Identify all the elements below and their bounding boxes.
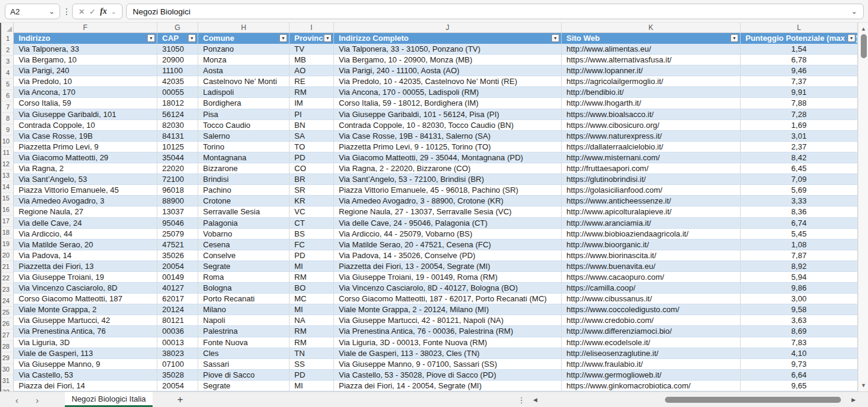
cell-G2[interactable]: 31050 [157,44,198,55]
cell-I19[interactable]: BS [290,229,334,240]
cell-L19[interactable]: 5,45 [741,229,858,240]
cell-I21[interactable]: PD [290,250,334,261]
column-header-H[interactable]: H [198,23,290,33]
formula-input[interactable]: Negozi Biologici ⌄ [126,4,864,19]
scroll-right-icon[interactable]: ▶ [848,392,859,407]
cell-L3[interactable]: 6,78 [741,55,858,65]
cell-L18[interactable]: 6,74 [741,218,858,229]
cell-J18[interactable]: Via delle Cave, 24 - 95046, Palagonia (C… [334,218,562,229]
cell-H23[interactable]: Roma [198,272,290,283]
cell-I33[interactable]: MI [290,381,334,391]
cell-J24[interactable]: Via Vincenzo Casciarolo, 8D - 40127, Bol… [334,283,562,294]
row-number-17[interactable]: 17 [0,216,13,227]
cell-K19[interactable]: http://www.biobioaziendaagricola.it/ [562,229,741,240]
cell-I14[interactable]: BR [290,174,334,185]
cell-J15[interactable]: Piazza Vittorio Emanuele, 45 - 96018, Pa… [334,185,562,196]
tab-prev-icon[interactable]: ‹ [10,392,24,407]
row-number-21[interactable]: 21 [0,261,13,273]
row-number-28[interactable]: 28 [0,341,13,352]
cell-H22[interactable]: Segrate [198,261,290,272]
cell-K26[interactable]: https://www.coccoledigusto.com/ [562,304,741,315]
cell-G32[interactable]: 35028 [157,370,198,381]
scrollbar-kebab-icon[interactable]: ⋮ [517,392,526,407]
fx-chevron-down-icon[interactable]: ⌄ [111,8,116,15]
cell-K31[interactable]: http://www.fraulabio.it/ [562,359,741,370]
cell-L11[interactable]: 2,37 [741,142,858,152]
horizontal-scrollbar-thumb[interactable] [665,397,841,403]
cell-K30[interactable]: http://eliseosenzaglutine.it/ [562,348,741,359]
cell-L7[interactable]: 7,88 [741,98,858,109]
cell-K20[interactable]: http://www.bioorganic.it/ [562,240,741,250]
row-number-9[interactable]: 9 [0,124,13,136]
cell-J3[interactable]: Via Bergamo, 10 - 20900, Monza (MB) [334,55,562,65]
cell-L8[interactable]: 7,28 [741,109,858,120]
cell-K13[interactable]: http://fruttaesapori.com/ [562,163,741,174]
cell-H14[interactable]: Brindisi [198,174,290,185]
row-number-2[interactable]: 2 [0,44,13,56]
cell-K33[interactable]: https://www.ginkomacrobiotica.com/ [562,381,741,391]
scroll-left-icon[interactable]: ◀ [530,392,541,407]
cell-H25[interactable]: Porto Recanati [198,294,290,304]
cell-L5[interactable]: 7,37 [741,76,858,87]
cell-F20[interactable]: Via Matilde Serao, 20 [14,240,157,250]
cell-H33[interactable]: Segrate [198,381,290,391]
cell-G24[interactable]: 40127 [157,283,198,294]
cell-F6[interactable]: Via Ancona, 170 [14,87,157,98]
cell-J13[interactable]: Via Ragna, 2 - 22020, Bizzarone (CO) [334,163,562,174]
cell-K21[interactable]: https://www.biorinascita.it/ [562,250,741,261]
cell-G13[interactable]: 22020 [157,163,198,174]
row-number-22[interactable]: 22 [0,273,13,284]
cell-J21[interactable]: Via Padova, 14 - 35026, Conselve (PD) [334,250,562,261]
cell-F9[interactable]: Contrada Coppole, 10 [14,120,157,131]
cell-I27[interactable]: NA [290,315,334,326]
cell-G31[interactable]: 07100 [157,359,198,370]
cell-G29[interactable]: 00013 [157,337,198,348]
cell-K22[interactable]: https://www.buenavita.eu/ [562,261,741,272]
row-number-6[interactable]: 6 [0,90,13,101]
column-header-J[interactable]: J [334,23,562,33]
cell-K18[interactable]: http://www.aranciamia.it/ [562,218,741,229]
cell-F31[interactable]: Via Giuseppe Manno, 9 [14,359,157,370]
cell-G21[interactable]: 35026 [157,250,198,261]
cell-K11[interactable]: https://dallaterraalcielobio.it/ [562,142,741,152]
cell-J22[interactable]: Piazzetta dei Fiori, 13 - 20054, Segrate… [334,261,562,272]
cell-G12[interactable]: 35044 [157,152,198,163]
tab-next-icon[interactable]: › [30,392,44,407]
cell-J29[interactable]: Via Liguria, 3D - 00013, Fonte Nuova (RM… [334,337,562,348]
row-number-26[interactable]: 26 [0,318,13,330]
cell-I26[interactable]: MI [290,304,334,315]
cell-F33[interactable]: Piazza dei Fiori, 14 [14,381,157,391]
cell-G5[interactable]: 42035 [157,76,198,87]
cell-J8[interactable]: Via Giuseppe Garibaldi, 101 - 56124, Pis… [334,109,562,120]
row-number-30[interactable]: 30 [0,364,13,375]
cell-I32[interactable]: PD [290,370,334,381]
column-header-L[interactable]: L [741,23,858,33]
cell-L22[interactable]: 8,92 [741,261,858,272]
cell-L6[interactable]: 9,91 [741,87,858,98]
cell-J27[interactable]: Via Giuseppe Martucci, 42 - 80121, Napol… [334,315,562,326]
cell-F12[interactable]: Via Giacomo Matteotti, 29 [14,152,157,163]
cell-I29[interactable]: RM [290,337,334,348]
cell-H20[interactable]: Cesena [198,240,290,250]
cell-H21[interactable]: Conselve [198,250,290,261]
cell-K15[interactable]: https://golasicilianfood.com/ [562,185,741,196]
cell-K27[interactable]: http://www.credobio.com/ [562,315,741,326]
cell-F17[interactable]: Regione Naula, 27 [14,207,157,217]
cell-H9[interactable]: Tocco Caudio [198,120,290,131]
cell-J28[interactable]: Via Prenestina Antica, 76 - 00036, Pales… [334,326,562,337]
row-number-11[interactable]: 11 [0,147,13,158]
cell-F29[interactable]: Via Liguria, 3D [14,337,157,348]
cell-I13[interactable]: CO [290,163,334,174]
column-header-I[interactable]: I [290,23,334,33]
cell-H30[interactable]: Cles [198,348,290,359]
cell-F2[interactable]: Via Talponera, 33 [14,44,157,55]
row-number-25[interactable]: 25 [0,307,13,318]
row-number-19[interactable]: 19 [0,238,13,250]
cell-J26[interactable]: Viale Monte Grappa, 2 - 20124, Milano (M… [334,304,562,315]
cell-K14[interactable]: https://glutinobrindisi.it/ [562,174,741,185]
cell-F13[interactable]: Via Ragna, 2 [14,163,157,174]
cell-G3[interactable]: 20900 [157,55,198,65]
cell-G7[interactable]: 18012 [157,98,198,109]
cell-F23[interactable]: Via Giuseppe Troiani, 19 [14,272,157,283]
row-number-3[interactable]: 3 [0,56,13,67]
